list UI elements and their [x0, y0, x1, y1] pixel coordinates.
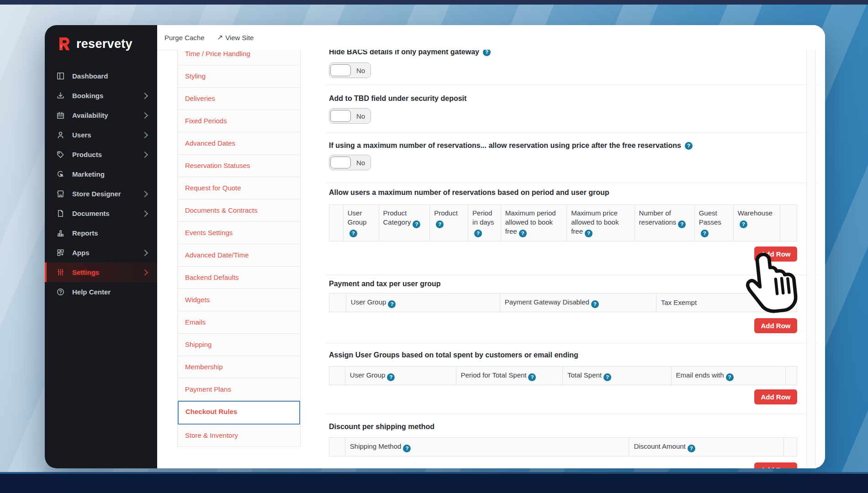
add-row-button[interactable]: Add Row: [754, 246, 797, 262]
settings-menu-item-checkout-rules[interactable]: Checkout Rules: [178, 401, 300, 425]
table-header-cell: Warehouse?: [733, 205, 780, 241]
settings-menu-item-advanced-dates[interactable]: Advanced Dates: [178, 132, 300, 155]
sidebar-item-label: Help Center: [72, 288, 111, 296]
sidebar-item-label: Store Designer: [72, 190, 121, 198]
storefront-icon: [56, 189, 65, 199]
help-icon[interactable]: ?: [701, 230, 709, 237]
user-icon: [56, 131, 65, 140]
settings-menu-item-membership[interactable]: Membership: [178, 356, 300, 378]
sliders-icon: [56, 268, 65, 277]
table-header-cell: Total Spent?: [562, 367, 671, 385]
table-header-cell: Period in days?: [468, 205, 501, 241]
sidebar-item-bookings[interactable]: Bookings: [45, 86, 157, 105]
settings-menu-item-emails[interactable]: Emails: [178, 311, 300, 334]
settings-menu-item-reservation-statuses[interactable]: Reservation Statuses: [178, 155, 300, 177]
chevron-right-icon: [142, 151, 148, 157]
table-header-cell: User Group?: [345, 367, 456, 385]
help-icon[interactable]: ?: [474, 230, 482, 237]
toggle-knob: [330, 110, 351, 122]
sidebar-item-label: Apps: [72, 249, 90, 257]
settings-menu-item-documents-contracts[interactable]: Documents & Contracts: [178, 199, 300, 222]
sidebar-item-documents[interactable]: Documents: [45, 204, 157, 223]
sidebar-item-dashboard[interactable]: Dashboard: [45, 66, 157, 86]
help-icon[interactable]: ?: [403, 445, 411, 452]
help-icon[interactable]: ?: [688, 445, 695, 452]
toggle-max-reservations-price[interactable]: No: [329, 155, 371, 170]
table-header-cell: Payment Gateway Disabled?: [500, 294, 656, 312]
sidebar-item-availability[interactable]: Availability: [45, 105, 157, 125]
help-icon[interactable]: ?: [685, 142, 693, 150]
add-row-button[interactable]: Add Row: [754, 389, 797, 404]
help-icon[interactable]: ?: [603, 373, 611, 381]
sidebar-item-marketing[interactable]: Marketing: [45, 164, 157, 184]
brand-logo[interactable]: reservety: [57, 36, 132, 52]
section-title-payment-tax: Payment and tax per user group: [329, 280, 441, 288]
settings-menu-item-store-inventory[interactable]: Store & Inventory: [178, 425, 300, 447]
settings-menu-item-time-price-handling[interactable]: Time / Price Handling: [178, 50, 300, 65]
sidebar-item-help-center[interactable]: Help Center: [45, 282, 157, 302]
settings-menu-item-payment-plans[interactable]: Payment Plans: [178, 378, 300, 401]
settings-menu-item-advanced-date-time[interactable]: Advanced Date/Time: [178, 244, 300, 267]
help-icon[interactable]: ?: [413, 220, 420, 228]
help-icon[interactable]: ?: [436, 220, 444, 228]
table-header-cell: Product Category?: [379, 205, 430, 241]
setting-label-max-reservations-price: If using a maximum number of reservation…: [329, 142, 693, 150]
table-header-cell: [780, 205, 797, 241]
sidebar-item-apps[interactable]: Apps: [45, 243, 157, 262]
setting-label-hide-bacs: Hide BACS details if only payment gatewa…: [329, 50, 491, 56]
settings-menu-item-deliveries[interactable]: Deliveries: [178, 88, 300, 110]
help-icon[interactable]: ?: [349, 230, 357, 237]
marketing-icon: [56, 170, 65, 179]
document-icon: [56, 209, 65, 218]
brand-name: reservety: [76, 37, 132, 51]
help-icon[interactable]: ?: [726, 373, 734, 381]
help-icon[interactable]: ?: [585, 230, 593, 237]
settings-menu-item-widgets[interactable]: Widgets: [178, 289, 300, 311]
settings-menu-item-styling[interactable]: Styling: [178, 65, 300, 88]
sidebar-item-label: Availability: [72, 111, 108, 119]
sidebar-item-label: Users: [72, 131, 91, 139]
scrollbar-track[interactable]: [806, 50, 815, 468]
divider: [325, 132, 818, 133]
table-header-cell: Period for Total Spent?: [456, 367, 562, 385]
add-row-button[interactable]: Add Row: [754, 318, 797, 333]
tag-icon: [56, 150, 65, 159]
sidebar-item-settings[interactable]: Settings: [45, 262, 157, 282]
sidebar-item-products[interactable]: Products: [45, 145, 157, 164]
toggle-hide-bacs[interactable]: No: [329, 63, 371, 78]
help-icon[interactable]: ?: [388, 300, 396, 308]
help-icon[interactable]: ?: [591, 300, 599, 308]
chevron-right-icon: [142, 210, 148, 216]
app-window: reservety Dashboard Bookings Availabilit…: [45, 25, 825, 468]
settings-menu-item-request-for-quote[interactable]: Request for Quote: [178, 177, 300, 199]
calendar-icon: [56, 111, 65, 120]
help-icon[interactable]: ?: [483, 50, 491, 56]
help-icon[interactable]: ?: [678, 220, 686, 228]
toggle-tbd-deposit[interactable]: No: [329, 108, 371, 124]
help-icon[interactable]: ?: [387, 373, 395, 381]
chevron-right-icon: [142, 131, 148, 138]
toggle-knob: [330, 157, 351, 168]
table-header-cell: Email ends with?: [671, 367, 786, 385]
settings-menu-item-fixed-periods[interactable]: Fixed Periods: [178, 110, 300, 132]
sidebar-item-label: Dashboard: [72, 72, 108, 80]
help-icon[interactable]: ?: [528, 373, 536, 381]
shipping-discount-table: Shipping Method? Discount Amount?: [329, 437, 797, 456]
add-row-button[interactable]: Add Row: [754, 462, 797, 468]
chevron-right-icon: [142, 92, 148, 99]
table-header-cell: Maximum price allowed to book free?: [567, 205, 635, 241]
view-site-link[interactable]: ↗ View Site: [217, 33, 254, 42]
setting-label-tbd-deposit: Add to TBD field under security deposit: [329, 94, 466, 103]
sidebar-item-label: Products: [72, 151, 102, 158]
settings-menu-item-shipping[interactable]: Shipping: [178, 334, 300, 356]
table-header-cell: Discount Amount?: [629, 438, 784, 456]
settings-menu-item-backend-defaults[interactable]: Backend Defaults: [178, 267, 300, 289]
sidebar-item-users[interactable]: Users: [45, 125, 157, 145]
sidebar-item-store-designer[interactable]: Store Designer: [45, 184, 157, 204]
purge-cache-link[interactable]: Purge Cache: [164, 34, 205, 42]
help-icon[interactable]: ?: [519, 230, 527, 237]
settings-menu-item-events-settings[interactable]: Events Settings: [178, 222, 300, 244]
apps-icon: [56, 248, 65, 257]
help-icon[interactable]: ?: [740, 220, 747, 228]
sidebar-item-reports[interactable]: Reports: [45, 223, 157, 243]
